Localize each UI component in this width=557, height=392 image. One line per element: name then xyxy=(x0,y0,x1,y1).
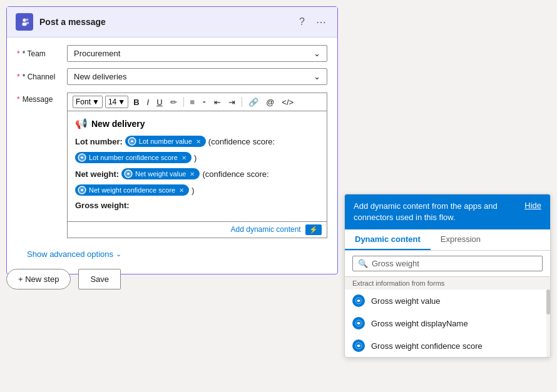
search-icon: 🔍 xyxy=(358,259,368,268)
search-input[interactable] xyxy=(372,259,537,268)
link-button[interactable]: 🔗 xyxy=(246,96,261,108)
form-body: ** Team Procurement ⌄ ** Channel New del… xyxy=(7,38,337,274)
gross-weight-confidence-icon xyxy=(352,339,365,352)
font-size-selector[interactable]: 14 ▼ xyxy=(105,96,128,108)
code-button[interactable]: </> xyxy=(279,96,296,108)
team-label: ** Team xyxy=(17,49,67,58)
net-tag-label: Net weight value xyxy=(135,170,186,178)
add-dynamic-row: Add dynamic content ⚡ xyxy=(67,222,327,238)
add-dynamic-link[interactable]: Add dynamic content xyxy=(231,225,301,234)
formatting-toolbar: Font ▼ 14 ▼ B I U ✏ ≡ ⁃ ⇤ ⇥ xyxy=(67,93,327,111)
svg-rect-1 xyxy=(22,23,26,26)
numbered-list-button[interactable]: ⁃ xyxy=(200,96,209,108)
megaphone-icon: 📢 xyxy=(75,118,88,129)
tab-expression[interactable]: Expression xyxy=(431,229,491,250)
italic-button[interactable]: I xyxy=(145,96,152,108)
message-required-star: * xyxy=(17,95,20,104)
bold-button[interactable]: B xyxy=(131,96,141,108)
team-value: Procurement xyxy=(74,49,120,58)
gross-label: Gross weight: xyxy=(75,201,130,210)
confidence-text: (confidence score: xyxy=(208,137,275,146)
lot-confidence-label: Lot number confidence score xyxy=(89,154,178,161)
help-button[interactable]: ? xyxy=(297,15,307,29)
lot-number-line: Lot number: Lot number value ✕ (confiden… xyxy=(75,136,319,147)
font-label: Font xyxy=(76,98,91,106)
message-editor-container: Font ▼ 14 ▼ B I U ✏ ≡ ⁃ ⇤ ⇥ xyxy=(67,91,327,238)
chevron-down-icon: ⌄ xyxy=(116,250,121,258)
heading-text: New delivery xyxy=(91,119,145,129)
font-selector[interactable]: Font ▼ xyxy=(73,96,103,108)
net-conf-tag-close[interactable]: ✕ xyxy=(179,187,184,194)
net-weight-line: Net weight: Net weight value ✕ (confiden… xyxy=(75,168,319,179)
gross-weight-displayname-label: Gross weight displayName xyxy=(371,319,468,328)
gross-weight-line: Gross weight: xyxy=(75,201,319,210)
bullet-list-button[interactable]: ≡ xyxy=(188,96,198,108)
panel-hide-button[interactable]: Hide xyxy=(524,201,541,210)
card-header-left: Post a message xyxy=(16,13,106,31)
new-step-button[interactable]: + New step xyxy=(6,269,71,289)
outdent-button[interactable]: ⇤ xyxy=(212,96,223,108)
panel-items-container: Extract information from forms Gross wei… xyxy=(345,277,550,357)
close-paren: ) xyxy=(194,153,197,163)
channel-dropdown-icon: ⌄ xyxy=(314,72,320,81)
card-header: Post a message ? ⋯ xyxy=(7,7,337,38)
net-weight-value-tag[interactable]: Net weight value ✕ xyxy=(121,168,200,179)
font-dropdown-icon: ▼ xyxy=(92,98,100,106)
svg-point-2 xyxy=(26,19,29,21)
panel-scrollbar[interactable] xyxy=(546,277,550,357)
svg-rect-3 xyxy=(26,22,29,24)
panel-item-gross-weight-confidence[interactable]: Gross weight confidence score xyxy=(345,334,550,357)
net-tag-close[interactable]: ✕ xyxy=(190,171,195,178)
team-select[interactable]: Procurement ⌄ xyxy=(67,45,327,62)
channel-value: New deliveries xyxy=(74,72,127,81)
net-confidence-tag[interactable]: Net weight confidence score ✕ xyxy=(75,184,189,196)
save-button[interactable]: Save xyxy=(78,269,121,289)
advanced-options[interactable]: Show advanced options ⌄ xyxy=(17,244,327,266)
card-title: Post a message xyxy=(39,17,106,27)
lot-tag-close[interactable]: ✕ xyxy=(196,138,201,145)
panel-header-text: Add dynamic content from the apps and co… xyxy=(354,201,524,223)
indent-button[interactable]: ⇥ xyxy=(226,96,238,108)
underline-button[interactable]: U xyxy=(154,96,165,108)
mention-button[interactable]: @ xyxy=(263,96,277,108)
gross-weight-value-label: Gross weight value xyxy=(371,296,441,306)
lot-number-value-tag[interactable]: Lot number value ✕ xyxy=(125,136,206,147)
channel-select[interactable]: New deliveries ⌄ xyxy=(67,68,327,85)
tab-dynamic-content[interactable]: Dynamic content xyxy=(345,229,431,250)
gross-weight-value-icon xyxy=(352,294,365,307)
channel-required-star: * xyxy=(17,73,20,81)
net-confidence-text: (confidence score: xyxy=(202,169,268,179)
size-dropdown-icon: ▼ xyxy=(118,98,125,106)
add-dynamic-button[interactable]: ⚡ xyxy=(305,224,322,235)
font-size-value: 14 xyxy=(108,98,116,106)
advanced-options-label: Show advanced options xyxy=(27,249,113,259)
teams-logo-icon xyxy=(16,13,33,31)
lot-tag-label: Lot number value xyxy=(139,138,192,145)
message-label: *Message xyxy=(17,91,67,104)
net-conf-tag-icon xyxy=(78,186,86,194)
net-confidence-line: Net weight confidence score ✕ ) xyxy=(75,184,319,196)
lot-conf-tag-close[interactable]: ✕ xyxy=(181,154,187,161)
panel-item-gross-weight-displayname[interactable]: Gross weight displayName xyxy=(345,312,550,334)
panel-header: Add dynamic content from the apps and co… xyxy=(345,194,550,229)
lot-conf-tag-icon xyxy=(78,153,86,162)
more-options-button[interactable]: ⋯ xyxy=(314,15,329,29)
panel-section-label: Extract information from forms xyxy=(345,277,550,289)
toolbar-divider xyxy=(183,97,184,107)
required-star: * xyxy=(17,49,20,58)
message-row: *Message Font ▼ 14 ▼ B I U ✏ xyxy=(17,91,327,238)
highlight-button[interactable]: ✏ xyxy=(168,96,180,108)
net-label: Net weight: xyxy=(75,169,119,179)
bottom-actions: + New step Save xyxy=(6,269,121,289)
search-box: 🔍 xyxy=(352,256,543,271)
gross-weight-displayname-icon xyxy=(352,317,365,329)
message-editor[interactable]: 📢 New delivery Lot number: Lot number va… xyxy=(67,111,327,222)
lot-label: Lot number: xyxy=(75,137,123,146)
panel-item-gross-weight-value[interactable]: Gross weight value xyxy=(345,289,550,312)
lot-confidence-tag[interactable]: Lot number confidence score ✕ xyxy=(75,152,192,163)
channel-label: ** Channel xyxy=(17,73,67,81)
svg-point-0 xyxy=(23,19,26,22)
card-header-right: ? ⋯ xyxy=(297,15,329,29)
message-heading: 📢 New delivery xyxy=(75,118,319,129)
channel-row: ** Channel New deliveries ⌄ xyxy=(17,68,327,85)
